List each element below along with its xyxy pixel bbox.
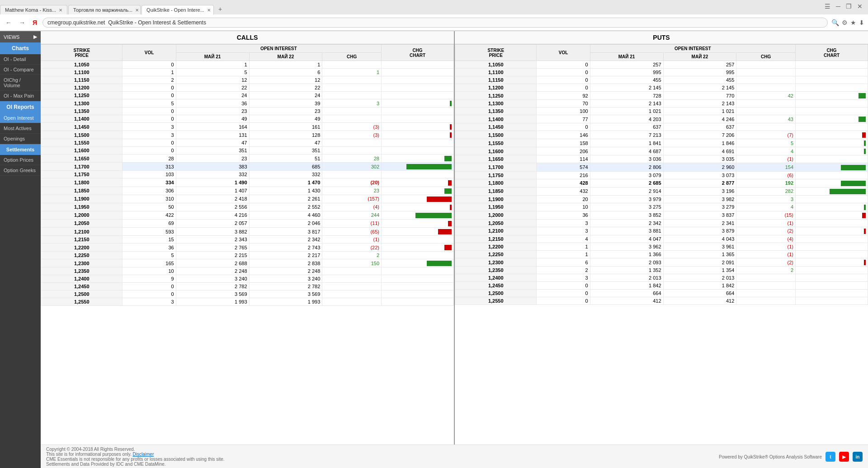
table-row: 1,1200 0 22 22: [41, 84, 454, 92]
table-row: 1,2350 2 1 352 1 354 2: [455, 267, 868, 274]
mai21-cell: 1 021: [590, 108, 663, 115]
mai22-cell: 22: [249, 84, 322, 92]
vol-cell: 100: [537, 108, 590, 115]
mai22-cell: 3 073: [663, 171, 736, 179]
footer: Copyright © 2004-2018 All Rights Reserve…: [41, 445, 868, 468]
twitter-icon[interactable]: t: [826, 452, 835, 462]
strike-cell: 1,1600: [455, 147, 537, 155]
strike-cell: 1,1500: [41, 131, 123, 139]
calls-col-mai21: МАЙ 21: [176, 53, 249, 61]
mai22-cell: 2 261: [249, 195, 322, 203]
sidebar-item-open-interest[interactable]: Open Interest: [0, 113, 41, 123]
strike-cell: 1,1450: [41, 123, 123, 131]
oi-reports-section[interactable]: OI Reports: [0, 101, 41, 113]
table-row: 1,1650 114 3 036 3 035 (1): [455, 155, 868, 163]
mai22-cell: 2 877: [663, 179, 736, 187]
sidebar-item-oi-maxpain[interactable]: OI - Max Pain: [0, 91, 41, 101]
sidebar-item-oi-detail[interactable]: OI - Detail: [0, 54, 41, 65]
chart-bar: [444, 245, 452, 250]
tab-matthew[interactable]: Matthew Koma - Kiss... ✕: [0, 5, 67, 14]
vol-cell: 0: [537, 84, 590, 92]
mai22-cell: 2 838: [249, 259, 322, 267]
chart-cell: [382, 290, 454, 298]
extensions-icon[interactable]: ⚙: [842, 19, 848, 26]
download-icon[interactable]: ⬇: [859, 19, 864, 26]
chg-cell: [322, 283, 382, 290]
sidebar-item-most-actives[interactable]: Most Actives: [0, 123, 41, 134]
linkedin-icon[interactable]: in: [853, 452, 863, 462]
mai22-cell: 664: [663, 290, 736, 297]
sidebar-item-option-greeks[interactable]: Option Greeks: [0, 165, 41, 176]
chart-cell: [796, 92, 868, 100]
mai21-cell: 1 490: [176, 178, 249, 187]
chart-bar: [450, 205, 452, 210]
tab-close-quikstrike[interactable]: ✕: [207, 8, 211, 13]
vol-cell: 0: [123, 147, 176, 154]
youtube-icon[interactable]: ▶: [839, 452, 849, 462]
tab-close-matthew[interactable]: ✕: [59, 8, 62, 13]
strike-cell: 1,2250: [41, 252, 123, 259]
tab-label: Matthew Koma - Kiss...: [5, 7, 56, 13]
table-row: 1,1450 3 164 161 (3): [41, 123, 454, 131]
chg-cell: 2: [322, 252, 382, 259]
mai22-cell: 3 196: [663, 187, 736, 195]
mai21-cell: 2 914: [590, 187, 663, 195]
mai21-cell: 728: [590, 92, 663, 100]
chart-bar: [427, 197, 452, 202]
puts-section: PUTS STRIKEPRICE VOL OPEN INTEREST CHGCH…: [455, 31, 868, 445]
chg-cell: [322, 108, 382, 115]
tab-quikstrike[interactable]: QuikStrike - Open Intere... ✕: [142, 5, 214, 15]
chg-cell: 5: [736, 139, 796, 147]
chg-cell: (65): [322, 228, 382, 236]
chart-cell: [382, 275, 454, 283]
charts-label: Charts: [12, 45, 29, 51]
search-icon[interactable]: 🔍: [831, 19, 839, 26]
table-row: 1,1850 432 2 914 3 196 282: [455, 187, 868, 195]
table-row: 1,2200 1 3 962 3 961 (1): [455, 243, 868, 251]
sidebar-item-option-prices[interactable]: Option Prices: [0, 155, 41, 165]
table-row: 1,2100 3 3 881 3 879 (2): [455, 227, 868, 235]
menu-icon[interactable]: ☰: [825, 3, 830, 10]
chart-cell: [796, 155, 868, 163]
views-button[interactable]: VIEWS ▶: [0, 31, 41, 42]
vol-cell: 20: [537, 195, 590, 203]
minimize-button[interactable]: ─: [836, 3, 840, 10]
chg-cell: [322, 298, 382, 306]
charts-section[interactable]: Charts: [0, 42, 41, 54]
tab-close-trading[interactable]: ✕: [135, 8, 139, 13]
disclaimer-link[interactable]: Disclaimer: [133, 452, 154, 457]
bookmark-icon[interactable]: ★: [850, 19, 856, 26]
chart-cell: [796, 69, 868, 76]
chart-cell: [796, 139, 868, 147]
strike-cell: 1,1150: [455, 76, 537, 84]
table-row: 1,1950 10 3 275 3 279 4: [455, 203, 868, 211]
mai22-cell: 4 043: [663, 235, 736, 243]
mai22-cell: 161: [249, 123, 322, 131]
calls-table: STRIKEPRICE VOL OPEN INTEREST CHGCHART М…: [41, 44, 454, 306]
strike-cell: 1,2050: [41, 219, 123, 227]
address-bar[interactable]: [42, 18, 828, 28]
back-button[interactable]: ←: [4, 18, 14, 27]
chart-bar: [859, 117, 866, 122]
strike-cell: 1,2450: [41, 283, 123, 290]
tab-trading[interactable]: Торговля по маржиналь... ✕: [68, 5, 141, 14]
mai21-cell: 2 688: [176, 259, 249, 267]
close-button[interactable]: ✕: [857, 3, 863, 10]
chg-cell: (4): [322, 203, 382, 211]
table-row: 1,2400 3 2 013 2 013: [455, 274, 868, 282]
chart-cell: [382, 203, 454, 211]
chart-cell: [796, 171, 868, 179]
sidebar-item-oi-compare[interactable]: OI - Compare: [0, 65, 41, 75]
new-tab-button[interactable]: +: [215, 4, 226, 14]
restore-button[interactable]: ❐: [846, 3, 852, 10]
chart-cell: [796, 147, 868, 155]
sidebar-item-openings[interactable]: Openings: [0, 134, 41, 144]
chart-cell: [796, 290, 868, 297]
table-row: 1,1850 306 1 407 1 430 23: [41, 187, 454, 195]
table-row: 1,1100 1 5 6 1: [41, 69, 454, 76]
settlements-button[interactable]: Settlements: [0, 144, 41, 155]
forward-button[interactable]: →: [17, 18, 27, 27]
mai22-cell: 39: [249, 99, 322, 108]
disclaimer-line: This site is for informational purposes …: [46, 452, 225, 457]
sidebar-item-oichg-volume[interactable]: OIChg / Volume: [0, 75, 41, 91]
